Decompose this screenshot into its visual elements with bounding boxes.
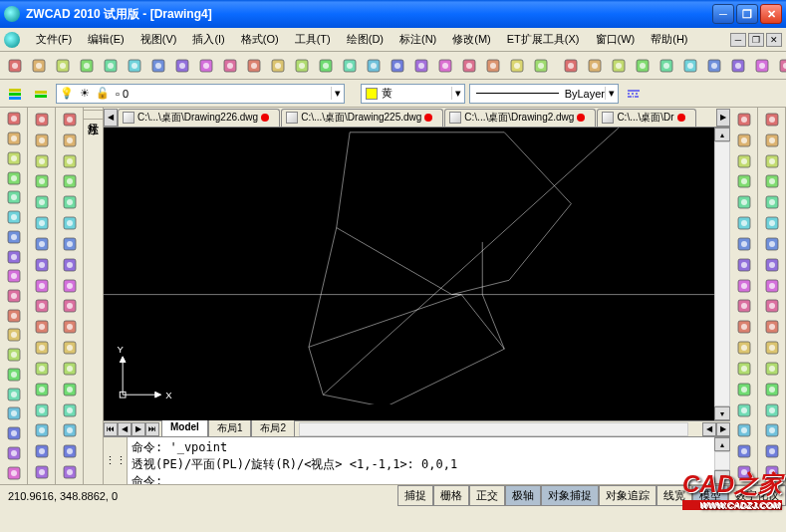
dim5-icon[interactable] [31,192,53,212]
prev-layout-button[interactable]: ◀ [118,422,131,436]
status-toggle-3[interactable]: 极轴 [505,485,541,506]
dim11-icon[interactable] [31,317,53,337]
dim1-icon[interactable] [31,110,53,130]
c17-icon[interactable] [59,441,81,461]
calc-icon[interactable] [506,55,528,77]
erase2-icon[interactable] [59,110,81,130]
dim9-icon[interactable] [31,276,53,296]
pan-icon[interactable] [339,55,361,77]
dim2-icon[interactable] [31,131,53,150]
hatch-icon[interactable] [3,385,25,403]
scroll-down-button[interactable]: ▾ [714,406,730,420]
cmd-scrollbar[interactable]: ▴ ▾ [714,437,730,484]
dim4-icon[interactable] [31,171,53,191]
join-icon[interactable] [59,359,81,379]
minimize-button[interactable]: ─ [712,4,734,24]
rotate-icon[interactable] [59,234,81,254]
cmd-scroll-up[interactable]: ▴ [714,437,730,451]
tab-layout2[interactable]: 布局2 [251,420,295,437]
plot-preview-icon[interactable] [100,55,122,77]
scroll-left-button[interactable]: ◀ [702,422,716,436]
mirror-icon[interactable] [59,151,81,171]
s13-icon[interactable] [761,359,783,379]
r5-icon[interactable] [733,192,755,212]
r3-icon[interactable] [733,151,755,171]
trim-icon[interactable] [59,296,81,316]
r9-icon[interactable] [733,276,755,296]
cylinder-icon[interactable] [608,55,630,77]
mdi-restore-button[interactable]: ❐ [748,33,764,47]
s8-icon[interactable] [761,255,783,275]
region-icon[interactable] [703,55,725,77]
sphere-icon[interactable] [584,55,606,77]
s1-icon[interactable] [761,110,783,130]
status-toggle-2[interactable]: 正交 [469,485,505,506]
linetype-selector[interactable]: ByLayer ▾ [469,84,619,104]
erase-icon[interactable] [291,55,313,77]
s7-icon[interactable] [761,234,783,254]
publish-icon[interactable] [124,55,145,77]
menu-11[interactable]: 帮助(H) [643,30,695,49]
dim18-icon[interactable] [31,462,53,482]
scroll-v-track[interactable] [714,141,730,406]
s18-icon[interactable] [761,462,783,482]
break-icon[interactable] [59,338,81,358]
offset-icon[interactable] [59,171,81,191]
save-icon[interactable] [52,55,74,77]
point-icon[interactable] [3,366,25,385]
status-toggle-8[interactable]: 数字化仪 [728,485,786,506]
r14-icon[interactable] [733,380,755,399]
status-toggle-4[interactable]: 对象捕捉 [541,485,599,506]
revolve-icon[interactable] [751,55,773,77]
canvas[interactable]: X Y [104,128,714,420]
s17-icon[interactable] [761,441,783,461]
doc-tab-1[interactable]: C:\...\桌面\Drawing225.dwg [281,109,443,127]
r11-icon[interactable] [733,317,755,337]
menu-0[interactable]: 文件(F) [28,30,80,49]
menu-7[interactable]: 标注(N) [392,30,444,49]
dim7-icon[interactable] [31,234,53,254]
last-layout-button[interactable]: ⏭ [145,422,159,436]
status-toggle-6[interactable]: 线宽 [656,485,692,506]
r4-icon[interactable] [733,171,755,191]
help-icon[interactable] [530,55,552,77]
ellipse-icon[interactable] [3,287,25,306]
dim16-icon[interactable] [31,420,53,440]
match-icon[interactable] [219,55,241,77]
fillet-icon[interactable] [59,400,81,420]
menu-3[interactable]: 插入(I) [184,30,232,49]
r8-icon[interactable] [733,255,755,275]
new-icon[interactable] [4,55,26,77]
cut-icon[interactable] [147,55,169,77]
redo-icon[interactable] [267,55,289,77]
s16-icon[interactable] [761,420,783,440]
s4-icon[interactable] [761,171,783,191]
mdi-minimize-button[interactable]: ─ [730,33,746,47]
r10-icon[interactable] [733,296,755,316]
menu-8[interactable]: 修改(M) [444,30,499,49]
dim17-icon[interactable] [31,441,53,461]
zoom-prev-icon[interactable] [410,55,432,77]
status-toggle-7[interactable]: 模型 [692,485,728,506]
scroll-h-track[interactable] [299,422,688,436]
doc-tab-3[interactable]: C:\...\桌面\Dr [597,109,695,127]
s15-icon[interactable] [761,400,783,420]
scale-icon[interactable] [59,255,81,275]
dim6-icon[interactable] [31,213,53,233]
dim12-icon[interactable] [31,338,53,358]
spline-icon[interactable] [3,267,25,286]
move-icon[interactable] [59,213,81,233]
r15-icon[interactable] [733,400,755,420]
xline-icon[interactable] [3,130,25,148]
design-center-icon[interactable] [458,55,480,77]
menu-6[interactable]: 绘图(D) [339,30,392,49]
revcloud-icon[interactable] [3,247,25,266]
scroll-right-button[interactable]: ▶ [716,422,730,436]
vertical-scrollbar[interactable]: ▴ ▾ [714,128,730,420]
box-icon[interactable] [560,55,582,77]
s10-icon[interactable] [761,296,783,316]
r18-icon[interactable] [733,462,755,482]
mdi-close-button[interactable]: ✕ [766,33,782,47]
side-panel-tab[interactable]: 尺寸标注 [84,108,104,484]
table-icon[interactable] [3,443,25,462]
